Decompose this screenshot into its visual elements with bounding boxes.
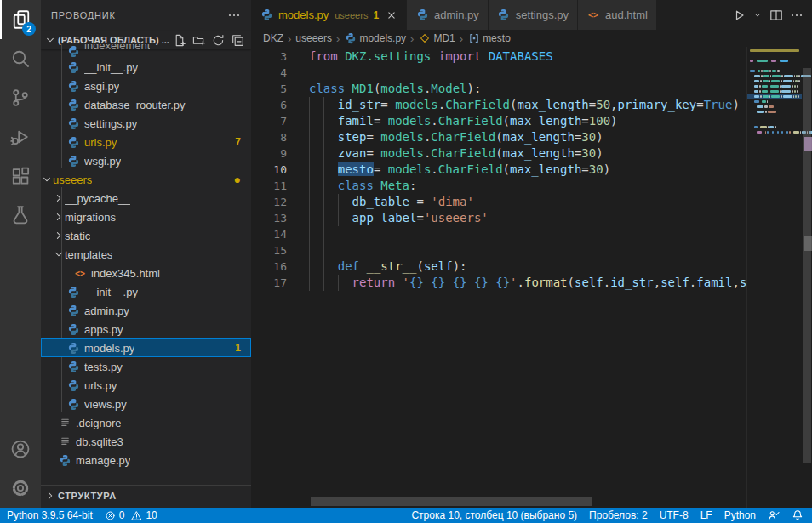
indent-guide [323, 226, 324, 242]
code-text: return '{} {} {} {} {}'.format(self.id_s… [309, 275, 746, 291]
tree-file-admin-py[interactable]: admin.py [41, 301, 251, 320]
tree-file-database-roouter-py[interactable]: database_roouter.py [41, 95, 251, 114]
more-icon[interactable] [788, 7, 805, 24]
tree-folder--pycache-[interactable]: __pycache__ [41, 189, 251, 207]
breadcrumb-item-mesto[interactable]: mesto [467, 32, 511, 45]
code-text: id_str= models.CharField(max_length=50,p… [309, 97, 740, 113]
activity-item-extensions[interactable] [0, 156, 41, 196]
breadcrumb-item-models-py[interactable]: models.py [344, 32, 406, 45]
run-button[interactable] [730, 7, 747, 24]
outline-section-label: СТРУКТУРА [58, 491, 117, 501]
activity-bar-top: 2 [0, 0, 41, 235]
tree-file-models-py[interactable]: models.py1 [41, 338, 251, 357]
tree-folder-static[interactable]: static [41, 226, 251, 245]
split-editor-icon[interactable] [768, 7, 785, 24]
line-number: 5 [251, 81, 287, 97]
tree-file-urls-py[interactable]: urls.py7 [41, 133, 251, 151]
activity-item-run-debug[interactable] [0, 117, 41, 156]
code-text: famil= models.CharField(max_length=100) [309, 113, 618, 129]
status-python-interpreter[interactable]: Python 3.9.5 64-bit [7, 509, 93, 521]
tree-file--init-py[interactable]: __init__.py [41, 58, 251, 77]
field-symbol-icon [467, 32, 480, 45]
tree-file--init-py[interactable]: __init__.py [41, 282, 251, 301]
line-number: 8 [251, 129, 287, 145]
minimap-bar [760, 95, 762, 98]
breadcrumb-item-useeers[interactable]: useeers [295, 32, 332, 44]
status-cursor-position[interactable]: Строка 10, столбец 10 (выбрано 5) [411, 509, 577, 521]
python-icon [497, 9, 511, 22]
minimap-bar [795, 95, 797, 98]
tree-folder-templates[interactable]: templates [41, 245, 251, 264]
tab-models-py[interactable]: models.pyuseeers1 [251, 0, 407, 30]
minimap-bar [769, 90, 770, 93]
breadcrumb: DKZ›useeers›models.py›MD1›mesto [251, 30, 812, 47]
minimap-bar [786, 131, 788, 134]
minimap-bar [763, 131, 764, 134]
tree-file-urls-py[interactable]: urls.py [41, 376, 251, 395]
chevron-right-icon [53, 230, 65, 242]
minimap-bar [781, 90, 791, 93]
tree-file--dcignore[interactable]: .dcignore [41, 413, 251, 432]
breadcrumb-label: models.py [359, 32, 406, 44]
breadcrumb-item-md1[interactable]: MD1 [418, 32, 455, 45]
breadcrumb-item-dkz[interactable]: DKZ [263, 32, 283, 44]
status-encoding[interactable]: UTF-8 [660, 509, 689, 521]
tree-file-wsgi-py[interactable]: wsgi.py [41, 151, 251, 170]
status-problems[interactable]: 010 [105, 509, 157, 521]
horizontal-scrollbar[interactable] [311, 497, 592, 506]
tree-file-db-sqlite3[interactable]: db.sqlite3 [41, 432, 251, 451]
tree-file-index345-html[interactable]: <>index345.html [41, 264, 251, 282]
more-actions-icon[interactable] [227, 9, 241, 22]
code-text: def __str__(self): [309, 259, 466, 275]
tab-aud-html[interactable]: <>aud.html [578, 0, 657, 30]
tree-item-label: db.sqlite3 [76, 435, 123, 448]
minimap-bar [750, 111, 756, 113]
activity-item-search[interactable] [0, 39, 41, 78]
python-icon [66, 44, 80, 58]
code-editor[interactable]: 3from DKZ.settings import DATABASES45cla… [251, 47, 812, 508]
minimap-bar [772, 75, 781, 77]
status-eol[interactable]: LF [700, 509, 712, 521]
chevron-down-sm-icon[interactable] [751, 9, 764, 22]
activity-item-explorer[interactable]: 2 [0, 0, 41, 39]
status-indentation[interactable]: Пробелов: 2 [589, 509, 648, 521]
tab-admin-py[interactable]: admin.py [407, 0, 489, 30]
tree-file-settings-py[interactable]: settings.py [41, 114, 251, 133]
line-number: 4 [251, 65, 287, 81]
minimap[interactable] [746, 47, 801, 508]
status-notifications[interactable] [792, 509, 803, 521]
status-language-mode[interactable]: Python [724, 509, 756, 521]
activity-item-testing[interactable] [0, 196, 41, 235]
outline-section-header[interactable]: СТРУКТУРА [41, 485, 251, 505]
close-icon[interactable] [386, 9, 397, 21]
tree-folder-useeers[interactable]: useeers● [41, 170, 251, 189]
tree-file-apps-py[interactable]: apps.py [41, 320, 251, 338]
minimap-bar [758, 70, 760, 72]
tree-file-tests-py[interactable]: tests.py [41, 357, 251, 376]
breadcrumb-separator: › [336, 32, 340, 45]
status-feedback[interactable] [768, 509, 780, 521]
editor-group: models.pyuseeers1admin.pysettings.py<>au… [251, 0, 812, 508]
modified-dot: ● [234, 173, 241, 186]
python-icon [66, 117, 80, 130]
minimap-bar [798, 95, 799, 98]
tree-file-manage-py[interactable]: manage.py [41, 451, 251, 469]
chevron-down-icon [41, 173, 53, 185]
tree-folder-migrations[interactable]: migrations [41, 207, 251, 226]
breadcrumb-separator: › [410, 32, 414, 45]
tree-file-asgi-py[interactable]: asgi.py [41, 77, 251, 95]
tab-settings-py[interactable]: settings.py [489, 0, 578, 30]
activity-item-account[interactable] [0, 429, 41, 469]
activity-item-source-control[interactable] [0, 78, 41, 117]
python-icon [58, 453, 71, 467]
tree-file-views-py[interactable]: views.py [41, 395, 251, 413]
search-icon [10, 48, 31, 69]
minimap-line [750, 85, 798, 88]
minimap-bar [769, 131, 771, 134]
python-icon [66, 397, 80, 411]
activity-item-settings-gear[interactable] [0, 469, 41, 508]
txt-icon [58, 435, 71, 448]
vertical-scrollbar[interactable] [803, 68, 811, 463]
minimap-bar [793, 80, 795, 82]
tree-file-indexelement[interactable]: indexelement [41, 44, 251, 58]
